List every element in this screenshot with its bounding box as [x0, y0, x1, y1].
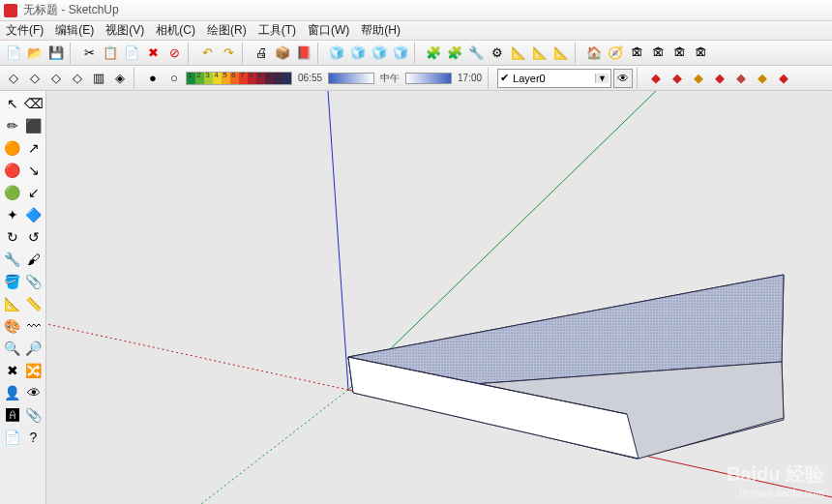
menu-window[interactable]: 窗口(W) [308, 22, 349, 39]
tool-1[interactable]: ⌫ [23, 93, 44, 113]
nav-4-button[interactable]: 🏚 [648, 44, 668, 63]
layer-selector[interactable]: ✔ Layer0 ▼ [497, 69, 611, 88]
tool-4[interactable]: 🟠 [2, 137, 22, 158]
ext-3-button[interactable]: 🔧 [466, 44, 486, 63]
r1-button[interactable]: ◆ [646, 69, 666, 88]
ext-7-button[interactable]: 📐 [551, 44, 571, 63]
time-gradient-2[interactable] [405, 73, 452, 84]
menu-file[interactable]: 文件(F) [6, 22, 44, 39]
open-button[interactable]: 📂 [25, 44, 45, 63]
delete-button[interactable]: ✖ [143, 44, 163, 63]
ext-6-button[interactable]: 📐 [530, 44, 550, 63]
menu-draw[interactable]: 绘图(R) [207, 22, 247, 39]
layer-name: Layer0 [513, 73, 546, 84]
tool-8[interactable]: 🟢 [2, 182, 22, 202]
scene-axes [46, 91, 832, 504]
tool-16[interactable]: 🪣 [2, 271, 22, 291]
time-gradient[interactable] [328, 73, 374, 84]
r7-button[interactable]: ◆ [774, 69, 793, 88]
tool-15[interactable]: 🖌 [23, 249, 44, 269]
svg-line-4 [46, 313, 348, 390]
paste-button[interactable]: 📄 [122, 44, 141, 63]
shade-on-button[interactable]: ● [143, 69, 163, 88]
style-2-button[interactable]: ◇ [25, 69, 45, 88]
window-title: 无标题 - SketchUp [23, 2, 119, 18]
tool-10[interactable]: ✦ [2, 204, 22, 224]
check-icon: ✔ [500, 72, 509, 84]
undo-button[interactable]: ↶ [197, 44, 217, 63]
tool-21[interactable]: 〰 [23, 315, 44, 336]
redo-button[interactable]: ↷ [219, 44, 238, 63]
style-6-button[interactable]: ◈ [110, 69, 130, 88]
tool-11[interactable]: 🔷 [23, 204, 44, 224]
tool-22[interactable]: 🔍 [2, 338, 22, 358]
tool-6[interactable]: 🔴 [2, 160, 22, 180]
style-5-button[interactable]: ▥ [89, 69, 108, 88]
cancel-button[interactable]: ⊘ [164, 44, 184, 63]
r2-button[interactable]: ◆ [668, 69, 687, 88]
model-button[interactable]: 📦 [273, 44, 292, 63]
shade-off-button[interactable]: ○ [164, 69, 184, 88]
title-bar: 无标题 - SketchUp [0, 0, 832, 21]
print-button[interactable]: 🖨 [252, 44, 271, 63]
tool-17[interactable]: 📎 [23, 271, 44, 291]
r4-button[interactable]: ◆ [710, 69, 729, 88]
tool-20[interactable]: 🎨 [2, 315, 22, 336]
nav-home-button[interactable]: 🏠 [584, 44, 604, 63]
tool-19[interactable]: 📏 [23, 293, 44, 313]
style-4-button[interactable]: ◇ [68, 69, 87, 88]
ext-4-button[interactable]: ⚙ [488, 44, 507, 63]
tool-29[interactable]: 📎 [23, 404, 44, 425]
menu-edit[interactable]: 编辑(E) [55, 22, 94, 39]
tool-2[interactable]: ✏ [2, 115, 22, 135]
tool-13[interactable]: ↺ [23, 226, 44, 247]
tool-30[interactable]: 📄 [2, 427, 22, 447]
tool-26[interactable]: 👤 [2, 382, 22, 402]
tool-24[interactable]: ✖ [2, 360, 22, 380]
menu-help[interactable]: 帮助(H) [361, 22, 401, 39]
menu-view[interactable]: 视图(V) [105, 22, 144, 39]
shadow-time-bar: 123456789101112 06:55 中午 17:00 [186, 72, 484, 85]
ext-1-button[interactable]: 🧩 [424, 44, 443, 63]
menu-tools[interactable]: 工具(T) [258, 22, 296, 39]
tool-3[interactable]: ⬛ [23, 115, 44, 135]
tool-18[interactable]: 📐 [2, 293, 22, 313]
tool-9[interactable]: ↙ [23, 182, 44, 202]
ext-2-button[interactable]: 🧩 [445, 44, 464, 63]
nav-2-button[interactable]: 🧭 [606, 44, 625, 63]
tool-28[interactable]: 🅰 [2, 404, 22, 425]
save-button[interactable]: 💾 [46, 44, 66, 63]
tool-0[interactable]: ↖ [2, 93, 22, 113]
nav-6-button[interactable]: 🏚 [691, 44, 710, 63]
tool-5[interactable]: ↗ [23, 137, 44, 158]
r6-button[interactable]: ◆ [753, 69, 772, 88]
cut-button[interactable]: ✂ [79, 44, 99, 63]
plugin-4-button[interactable]: 🧊 [391, 44, 410, 63]
r3-button[interactable]: ◆ [689, 69, 708, 88]
menu-camera[interactable]: 相机(C) [156, 22, 195, 39]
ext-5-button[interactable]: 📐 [509, 44, 528, 63]
tool-7[interactable]: ↘ [23, 160, 44, 180]
style-1-button[interactable]: ◇ [4, 69, 23, 88]
tool-12[interactable]: ↻ [2, 226, 22, 247]
viewport[interactable]: Baidu 经验 jingyan.baidu.com [46, 91, 832, 504]
nav-3-button[interactable]: 🏚 [627, 44, 646, 63]
nav-5-button[interactable]: 🏚 [669, 44, 689, 63]
tool-palette: ↖⌫✏⬛🟠↗🔴↘🟢↙✦🔷↻↺🔧🖌🪣📎📐📏🎨〰🔍🔎✖🔀👤👁🅰📎📄? [0, 91, 46, 504]
plugin-1-button[interactable]: 🧊 [327, 44, 346, 63]
toolbar-main: 📄 📂 💾 ✂ 📋 📄 ✖ ⊘ ↶ ↷ 🖨 📦 📕 🧊 🧊 🧊 🧊 🧩 🧩 🔧 … [0, 41, 832, 66]
tool-27[interactable]: 👁 [23, 382, 44, 402]
tool-14[interactable]: 🔧 [2, 249, 22, 269]
new-button[interactable]: 📄 [4, 44, 23, 63]
r5-button[interactable]: ◆ [731, 69, 751, 88]
tool-31[interactable]: ? [23, 427, 44, 447]
help-button[interactable]: 📕 [294, 44, 313, 63]
tool-25[interactable]: 🔀 [23, 360, 44, 380]
tool-23[interactable]: 🔎 [23, 338, 44, 358]
copy-button[interactable]: 📋 [101, 44, 120, 63]
layer-visibility-button[interactable]: 👁 [613, 69, 633, 88]
plugin-2-button[interactable]: 🧊 [348, 44, 368, 63]
chevron-down-icon[interactable]: ▼ [595, 74, 609, 83]
plugin-3-button[interactable]: 🧊 [370, 44, 389, 63]
style-3-button[interactable]: ◇ [46, 69, 66, 88]
